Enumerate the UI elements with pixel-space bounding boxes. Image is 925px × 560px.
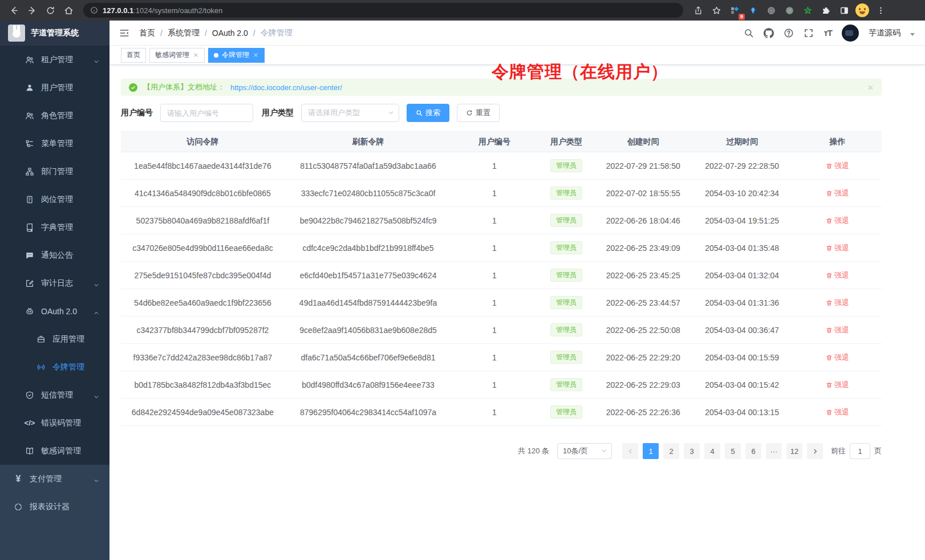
tab-home[interactable]: 首页 (121, 48, 146, 63)
app-logo-row[interactable]: 芋道管理系统 (0, 21, 109, 46)
force-logout-button[interactable]: 强退 (826, 216, 849, 226)
breadcrumb-home[interactable]: 首页 (139, 28, 155, 38)
sidebar-item-audit[interactable]: 审计日志 (0, 269, 109, 297)
force-logout-button[interactable]: 强退 (826, 298, 849, 308)
force-logout-button[interactable]: 强退 (826, 325, 849, 335)
help-icon[interactable] (784, 28, 794, 38)
browser-menu-icon[interactable] (873, 2, 889, 18)
sidebar-item-menu[interactable]: 菜单管理 (0, 129, 109, 157)
share-icon[interactable] (690, 2, 706, 18)
gem-extension-icon[interactable] (745, 2, 761, 18)
force-logout-button[interactable]: 强退 (826, 161, 849, 171)
search-button[interactable]: 搜索 (407, 104, 449, 122)
expires-cell: 2054-03-04 01:35:48 (691, 234, 793, 262)
tab-token-management[interactable]: 令牌管理 (208, 48, 265, 63)
sidebar-item-tenant[interactable]: 租户管理 (0, 46, 109, 74)
profile-avatar[interactable] (854, 2, 870, 18)
breadcrumb-oauth[interactable]: OAuth 2.0 (212, 29, 248, 38)
font-size-icon[interactable]: ᴛT (823, 28, 832, 38)
force-logout-button[interactable]: 强退 (826, 352, 849, 363)
goto-page-input[interactable] (850, 443, 870, 459)
breadcrumb-system[interactable]: 系统管理 (168, 28, 200, 38)
close-icon[interactable] (193, 52, 199, 58)
user-type-badge: 管理员 (550, 186, 582, 200)
browser-home-icon[interactable] (60, 2, 76, 18)
tab-label: 敏感词管理 (155, 50, 189, 60)
extension-badge-icon[interactable]: 9 (727, 2, 743, 18)
recorder-extension-icon[interactable] (781, 2, 797, 18)
sidebar-item-sms[interactable]: 短信管理 (0, 381, 109, 409)
refresh-token-cell: b0df4980ffd34c67a08f9156e4eee733 (285, 371, 452, 399)
sidebar-item-errcode[interactable]: </> 错误码管理 (0, 409, 109, 437)
page-button-1[interactable]: 1 (643, 443, 659, 459)
sidebar-item-pay[interactable]: ¥ 支付管理 (0, 465, 109, 493)
browser-forward-icon[interactable] (24, 2, 40, 18)
sidebar-item-oauth[interactable]: OAuth 2.0 (0, 297, 109, 325)
fullscreen-icon[interactable] (804, 28, 814, 38)
green-star-extension-icon[interactable] (800, 2, 816, 18)
user-avatar[interactable] (842, 25, 859, 42)
book-icon (25, 223, 34, 232)
page-button-5[interactable]: 5 (725, 443, 741, 459)
browser-reload-icon[interactable] (42, 2, 58, 18)
access-token-cell: 502375b8040a469a9b82188afdf6af1f (121, 207, 285, 234)
close-icon[interactable] (253, 52, 259, 58)
page-size-select[interactable]: 10条/页 (557, 443, 612, 459)
user-type-badge: 管理员 (550, 269, 582, 282)
sidebar-item-user[interactable]: 用户管理 (0, 74, 109, 102)
gray-extension-icon[interactable] (763, 2, 779, 18)
chevron-down-icon (601, 447, 607, 456)
bookmark-star-icon[interactable] (708, 2, 724, 18)
site-info-icon[interactable] (90, 6, 98, 14)
robot-icon (25, 307, 34, 316)
force-logout-button[interactable]: 强退 (826, 188, 849, 198)
github-icon[interactable] (764, 28, 774, 38)
alert-message: 【用户体系】文档地址： (143, 82, 225, 92)
page-button-4[interactable]: 4 (704, 443, 720, 459)
reset-button[interactable]: 重置 (457, 104, 500, 122)
sidebar-item-report[interactable]: 报表设计器 (0, 493, 109, 521)
open-book-icon (25, 447, 34, 456)
sidebar-item-notice[interactable]: 通知公告 (0, 241, 109, 269)
username[interactable]: 芋道源码 (869, 28, 900, 38)
alert-close-icon[interactable] (867, 83, 874, 92)
user-type-select[interactable]: 请选择用户类型 (301, 104, 399, 122)
page-button-6[interactable]: 6 (745, 443, 761, 459)
address-bar[interactable]: 127.0.0.1:1024/system/oauth2/token (83, 3, 683, 18)
sidebar-item-oauth-token[interactable]: 令牌管理 (0, 353, 109, 381)
sidebar-item-label: 支付管理 (30, 474, 62, 484)
search-icon[interactable] (744, 28, 754, 38)
force-logout-button[interactable]: 强退 (826, 270, 849, 281)
split-screen-icon[interactable] (836, 2, 852, 18)
page-button-2[interactable]: 2 (663, 443, 679, 459)
trash-icon (826, 217, 833, 224)
force-logout-button[interactable]: 强退 (826, 380, 849, 390)
user-id-input[interactable] (160, 104, 253, 122)
more-pages-button[interactable]: ··· (766, 443, 782, 459)
sidebar-item-dict[interactable]: 字典管理 (0, 213, 109, 241)
page-button-3[interactable]: 3 (684, 443, 700, 459)
prev-page-button[interactable] (622, 443, 638, 459)
sidebar-item-role[interactable]: 角色管理 (0, 102, 109, 129)
extensions-puzzle-icon[interactable] (818, 2, 834, 18)
chevron-down-icon[interactable] (910, 33, 915, 36)
browser-back-icon[interactable] (6, 2, 22, 18)
trash-icon (826, 163, 833, 169)
sidebar-item-label: 令牌管理 (52, 362, 84, 372)
refresh-token-cell: 49d1aa46d1454fbd87591444423be9fa (285, 289, 452, 316)
sidebar-item-sensitive[interactable]: 敏感词管理 (0, 437, 109, 465)
sidebar-item-dept[interactable]: 部门管理 (0, 157, 109, 185)
sidebar-toggle-icon[interactable] (109, 27, 139, 39)
doc-link[interactable]: https://doc.iocoder.cn/user-center/ (230, 83, 342, 92)
tab-sensitive-words[interactable]: 敏感词管理 (149, 48, 205, 63)
force-logout-button[interactable]: 强退 (826, 407, 849, 417)
force-logout-button[interactable]: 强退 (826, 243, 849, 253)
message-icon (25, 251, 34, 260)
next-page-button[interactable] (807, 443, 823, 459)
breadcrumb-separator: / (160, 29, 163, 38)
sidebar-item-oauth-app[interactable]: 应用管理 (0, 325, 109, 353)
sidebar-item-post[interactable]: 岗位管理 (0, 185, 109, 213)
expires-cell: 2054-03-04 00:36:47 (691, 316, 793, 344)
page-button-12[interactable]: 12 (786, 443, 802, 459)
breadcrumb-current: 令牌管理 (261, 28, 293, 38)
